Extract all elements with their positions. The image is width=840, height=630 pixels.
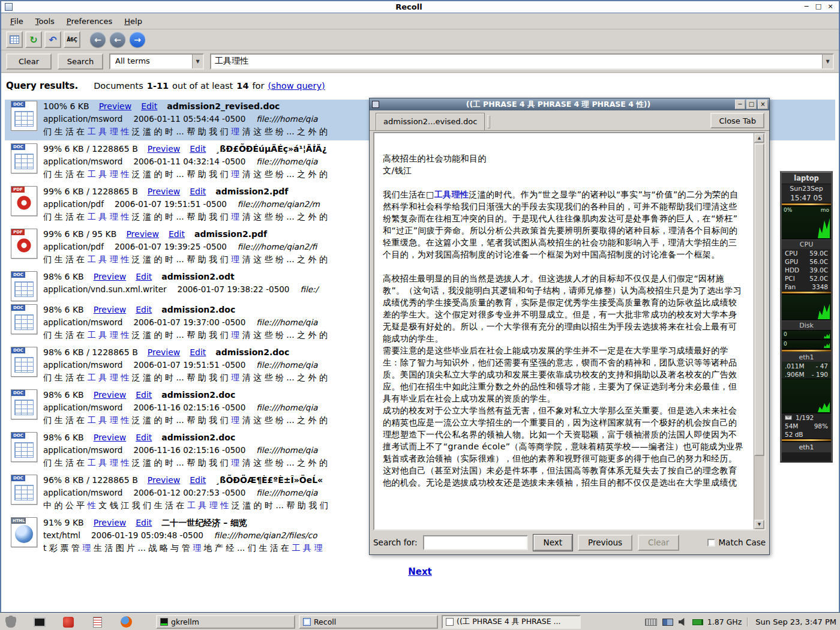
preview-tab[interactable]: admission2...evised.doc — [376, 113, 485, 130]
volume-icon[interactable] — [679, 618, 687, 626]
file-type-icon[interactable] — [11, 517, 37, 547]
gkrellm-monitor[interactable]: laptop Sun23Sep 15:47 05 0% mo CPU CPU59… — [780, 171, 833, 463]
file-type-icon[interactable] — [11, 475, 37, 505]
task-button-gkrellm[interactable]: gkrellm — [156, 615, 295, 629]
preview-text-area[interactable]: 高校招生的社会功能和目的文/钱江我们生活在□工具理性泛滥的时代。作为“世之显学”… — [373, 132, 766, 530]
show-query-link[interactable]: (show query) — [268, 81, 325, 91]
maximize-icon[interactable]: □ — [814, 2, 823, 11]
file-type-icon[interactable] — [11, 432, 37, 462]
search-mode-select[interactable]: All terms ▼ — [109, 53, 204, 70]
scroll-up-icon[interactable]: ▲ — [754, 133, 764, 143]
maximize-icon[interactable]: □ — [746, 100, 757, 109]
close-icon[interactable]: × — [826, 2, 835, 11]
file-type-icon[interactable] — [11, 101, 37, 131]
net-scale: - 47 — [816, 362, 829, 370]
temp-label: PCI — [785, 274, 795, 283]
preview-link[interactable]: Preview — [148, 474, 181, 487]
edit-link[interactable]: Edit — [190, 143, 206, 155]
preview-link[interactable]: Preview — [126, 228, 159, 241]
next-results-link[interactable]: Next — [408, 566, 432, 577]
term-explorer-button[interactable]: ÂбÇ — [64, 31, 80, 48]
preview-titlebar[interactable]: ((工 PHRASE 4 具 PHRASE 4 理 PHRASE 4 性)) −… — [370, 98, 769, 110]
file-type-icon[interactable] — [11, 143, 37, 173]
first-page-button[interactable]: ← — [90, 32, 106, 47]
update-index-button[interactable]: ↻ — [25, 31, 42, 48]
preview-link[interactable]: Preview — [94, 304, 127, 316]
scrollbar-thumb[interactable] — [754, 143, 764, 456]
close-tab-button[interactable]: Close Tab — [710, 113, 764, 128]
keyboard-layout-icon[interactable] — [645, 619, 657, 626]
chevron-down-icon[interactable]: ▼ — [192, 55, 203, 68]
edit-link[interactable]: Edit — [169, 228, 185, 241]
chevron-down-icon[interactable]: ▼ — [822, 55, 833, 68]
terminal-icon[interactable] — [32, 615, 47, 629]
clear-button[interactable]: Clear — [6, 53, 52, 70]
screen: Recoll − □ × File Tools Preferences Help… — [0, 0, 840, 630]
tab-drag-handle[interactable] — [487, 115, 490, 128]
preview-link[interactable]: Preview — [94, 271, 127, 283]
taskbar-clock[interactable]: Sun Sep 23, 3:47 PM — [747, 617, 836, 626]
preview-link[interactable]: Preview — [94, 517, 127, 529]
search-input[interactable] — [211, 55, 822, 68]
edit-link[interactable]: Edit — [136, 304, 152, 316]
battery-icon[interactable] — [692, 619, 702, 625]
find-clear-button[interactable]: Clear — [638, 535, 679, 551]
find-next-button[interactable]: Next — [533, 535, 572, 551]
minimize-icon[interactable]: − — [802, 2, 811, 11]
file-type-icon[interactable] — [11, 347, 37, 377]
footprint-menu-icon[interactable] — [4, 615, 18, 629]
file-type-icon[interactable] — [11, 186, 37, 216]
preview-link[interactable]: Preview — [99, 100, 132, 113]
scrollbar[interactable]: ▲ ▼ — [754, 133, 764, 529]
minimize-icon[interactable]: − — [735, 100, 745, 109]
red-app-icon[interactable] — [61, 615, 76, 629]
edit-link[interactable]: Edit — [190, 185, 206, 198]
workspace-pager-icon[interactable] — [662, 619, 673, 626]
file-type-icon[interactable] — [11, 229, 37, 259]
query-header: Query results. Documents 1-11 out of at … — [5, 78, 835, 100]
close-icon[interactable]: × — [758, 100, 768, 109]
task-button-recoll[interactable]: Recoll — [299, 615, 438, 629]
file-type-icon[interactable] — [11, 271, 37, 301]
edit-link[interactable]: Edit — [136, 271, 152, 283]
result-total: 14 — [236, 81, 248, 91]
edit-link[interactable]: Edit — [136, 517, 152, 529]
preview-link[interactable]: Preview — [148, 185, 181, 198]
notes-app-icon[interactable] — [90, 615, 104, 629]
next-page-button[interactable]: → — [130, 32, 145, 47]
result-url: file:///home/qian2/fi — [238, 241, 317, 253]
query-combo[interactable]: ▼ — [210, 53, 834, 70]
menu-file[interactable]: File — [5, 14, 29, 28]
edit-link[interactable]: Edit — [136, 431, 152, 444]
edit-link[interactable]: Edit — [190, 346, 206, 359]
file-type-icon[interactable] — [11, 389, 37, 419]
window-titlebar[interactable]: Recoll − □ × — [1, 1, 839, 13]
document-text: 需要注意的是这些毕业后在社会上能成功发展的学生并不一定是在大学里学习成绩最好的学… — [383, 346, 737, 403]
preview-link[interactable]: Preview — [94, 389, 127, 401]
table-view-button[interactable] — [6, 31, 23, 48]
menu-preferences[interactable]: Preferences — [61, 14, 118, 28]
prev-page-button[interactable]: ← — [110, 32, 125, 47]
firefox-icon[interactable] — [119, 615, 133, 629]
snippet-highlight: 工 具 理 性 — [88, 373, 129, 382]
preview-link[interactable]: Preview — [148, 346, 181, 359]
query-history-button[interactable]: ↶ — [44, 31, 61, 48]
search-button[interactable]: Search — [58, 53, 103, 70]
menu-tools[interactable]: Tools — [30, 14, 60, 28]
scroll-down-icon[interactable]: ▼ — [754, 520, 764, 529]
file-type-icon[interactable] — [11, 304, 37, 334]
find-previous-button[interactable]: Previous — [578, 535, 632, 551]
edit-link[interactable]: Edit — [136, 389, 152, 401]
preview-link[interactable]: Preview — [94, 431, 127, 444]
snippet-highlight: 理 — [231, 415, 239, 425]
edit-link[interactable]: Edit — [190, 474, 206, 487]
edit-link[interactable]: Edit — [141, 100, 157, 113]
preview-link[interactable]: Preview — [148, 143, 181, 155]
menu-help[interactable]: Help — [119, 14, 148, 28]
match-case-checkbox[interactable] — [707, 539, 715, 547]
task-button-preview[interactable]: ((工 PHRASE 4 具 PHRASE ... — [442, 615, 581, 629]
result-relevance-size: 98% 6 KB — [43, 431, 84, 444]
launcher-icons — [4, 615, 133, 629]
find-input[interactable] — [423, 535, 528, 550]
temp-label: GPU — [785, 257, 798, 266]
